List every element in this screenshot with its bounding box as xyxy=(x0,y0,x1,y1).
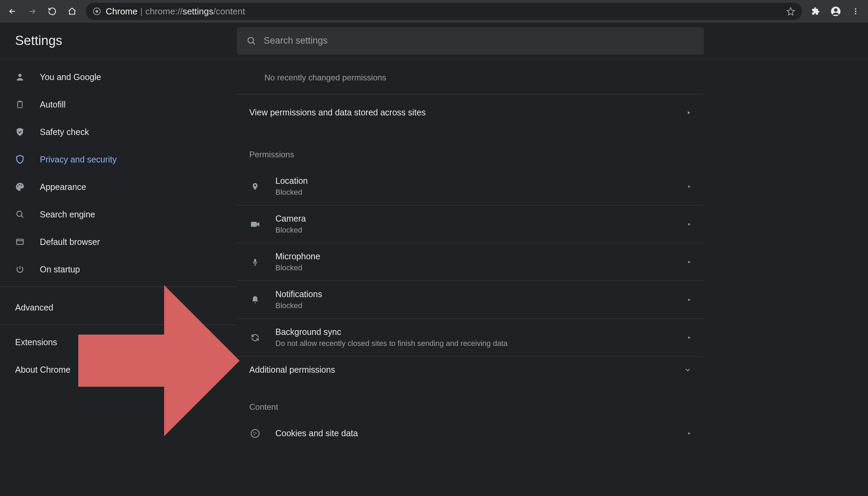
svg-point-20 xyxy=(255,432,257,434)
additional-permissions-label: Additional permissions xyxy=(249,365,335,375)
settings-header: Settings xyxy=(0,23,868,59)
svg-point-12 xyxy=(19,184,20,185)
sidebar-item-on-startup[interactable]: On startup xyxy=(0,256,161,283)
search-input[interactable] xyxy=(264,35,694,46)
bell-icon xyxy=(249,295,261,305)
browser-toolbar: Chrome | chrome://settings/content xyxy=(0,0,868,23)
home-icon xyxy=(68,7,77,16)
app: Settings You and Google Autofill Safety … xyxy=(0,23,868,496)
sidebar-item-default-browser[interactable]: Default browser xyxy=(0,228,161,256)
bookmark-button[interactable] xyxy=(786,7,795,16)
sidebar-item-label: Appearance xyxy=(40,182,86,192)
sidebar-item-safety-check[interactable]: Safety check xyxy=(0,118,161,146)
view-permissions-label: View permissions and data stored across … xyxy=(249,108,426,117)
additional-permissions-row[interactable]: Additional permissions xyxy=(237,356,704,383)
sidebar-item-you-and-google[interactable]: You and Google xyxy=(0,63,161,91)
permission-title: Microphone xyxy=(275,251,320,261)
permission-title: Camera xyxy=(275,214,306,224)
permissions-section-label: Permissions xyxy=(237,131,704,161)
power-icon xyxy=(14,265,26,274)
omnibox-url-suffix: /content xyxy=(213,6,245,17)
svg-rect-10 xyxy=(19,101,21,102)
svg-point-18 xyxy=(251,429,259,437)
arrow-left-icon xyxy=(8,7,17,16)
sidebar-item-search-engine[interactable]: Search engine xyxy=(0,201,161,228)
person-icon xyxy=(14,72,26,82)
omnibox-url: Chrome | chrome://settings/content xyxy=(106,6,245,17)
content-section-label: Content xyxy=(237,383,704,414)
forward-button[interactable] xyxy=(23,2,41,20)
sidebar-item-privacy-security[interactable]: Privacy and security xyxy=(0,146,161,173)
location-icon xyxy=(249,181,261,192)
sidebar-item-appearance[interactable]: Appearance xyxy=(0,173,161,201)
svg-point-21 xyxy=(254,434,255,435)
divider xyxy=(0,325,237,325)
menu-button[interactable] xyxy=(847,2,865,20)
permission-row-microphone[interactable]: Microphone Blocked xyxy=(237,243,704,281)
shield-icon xyxy=(14,155,26,164)
content-title: Cookies and site data xyxy=(275,428,358,438)
profile-button[interactable] xyxy=(827,2,845,20)
cookie-icon xyxy=(249,429,261,438)
permission-title: Background sync xyxy=(275,327,507,337)
omnibox[interactable]: Chrome | chrome://settings/content xyxy=(86,3,802,20)
sidebar-about-label: About Chrome xyxy=(15,365,70,375)
search-container xyxy=(237,27,704,55)
svg-point-14 xyxy=(17,211,22,216)
sidebar: You and Google Autofill Safety check Pri… xyxy=(0,59,237,496)
back-button[interactable] xyxy=(3,2,21,20)
home-button[interactable] xyxy=(63,2,81,20)
permission-title: Location xyxy=(275,176,308,186)
extensions-button[interactable] xyxy=(807,2,825,20)
permission-sub: Blocked xyxy=(275,226,306,235)
sidebar-item-label: Search engine xyxy=(40,210,95,219)
sidebar-item-label: Privacy and security xyxy=(40,155,117,165)
chevron-right-icon xyxy=(686,110,692,115)
permission-row-notifications[interactable]: Notifications Blocked xyxy=(237,281,704,318)
permissions-group: Location Blocked Camera Blocked xyxy=(237,168,704,383)
divider xyxy=(0,286,237,287)
permission-row-camera[interactable]: Camera Blocked xyxy=(237,205,704,243)
sidebar-item-label: Safety check xyxy=(40,127,89,137)
sidebar-advanced-label: Advanced xyxy=(15,303,53,313)
sidebar-extensions[interactable]: Extensions xyxy=(0,328,237,356)
permission-sub: Blocked xyxy=(275,188,308,197)
camera-icon xyxy=(249,221,261,228)
svg-point-11 xyxy=(17,185,19,187)
sidebar-item-label: Default browser xyxy=(40,237,100,247)
view-permissions-row[interactable]: View permissions and data stored across … xyxy=(237,94,704,131)
permission-sub: Do not allow recently closed sites to fi… xyxy=(275,339,507,348)
svg-point-4 xyxy=(855,8,856,10)
svg-point-13 xyxy=(21,185,22,186)
svg-rect-9 xyxy=(18,101,22,108)
arrow-right-icon xyxy=(28,7,37,16)
browser-icon xyxy=(14,237,26,246)
chevron-down-icon xyxy=(684,366,692,374)
body: You and Google Autofill Safety check Pri… xyxy=(0,59,868,496)
permission-sub: Blocked xyxy=(275,301,322,310)
permission-title: Notifications xyxy=(275,289,322,299)
chevron-right-icon xyxy=(687,297,692,302)
recent-activity-note: No recently changed permissions xyxy=(237,63,704,94)
sidebar-about-chrome[interactable]: About Chrome xyxy=(0,356,237,383)
sidebar-item-label: On startup xyxy=(40,264,80,274)
svg-rect-15 xyxy=(16,239,23,244)
shield-check-icon xyxy=(14,127,26,137)
permission-sub: Blocked xyxy=(275,263,320,272)
svg-point-6 xyxy=(855,13,856,14)
chevron-right-icon xyxy=(687,260,692,264)
search-icon xyxy=(14,210,26,219)
svg-point-1 xyxy=(95,10,98,13)
sidebar-item-autofill[interactable]: Autofill xyxy=(0,91,161,118)
sync-icon xyxy=(249,333,261,342)
omnibox-chrome-label: Chrome xyxy=(106,6,137,17)
permission-row-location[interactable]: Location Blocked xyxy=(237,168,704,205)
page-title: Settings xyxy=(0,33,237,48)
permission-row-background-sync[interactable]: Background sync Do not allow recently cl… xyxy=(237,318,704,356)
chevron-right-icon xyxy=(687,184,692,189)
microphone-icon xyxy=(249,257,261,267)
svg-point-5 xyxy=(855,11,856,12)
sidebar-advanced[interactable]: Advanced xyxy=(0,294,237,321)
content-row-cookies[interactable]: Cookies and site data xyxy=(237,420,704,447)
reload-button[interactable] xyxy=(43,2,61,20)
